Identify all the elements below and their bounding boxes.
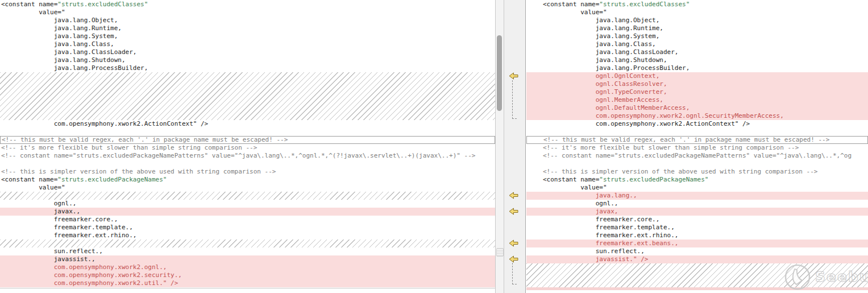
code-segment: value=" — [543, 9, 607, 16]
code-line: <constant name="struts.excludedClasses" — [526, 1, 868, 9]
code-line: java.lang.System, — [526, 32, 868, 40]
code-line: ognl.DefaultMemberAccess, — [526, 104, 868, 112]
code-segment: com.opensymphony.xwork2.ognl., — [1, 263, 167, 271]
code-line: <!-- it's more flexible but slower than … — [0, 144, 495, 152]
left-panel-scrollbar[interactable] — [495, 0, 504, 293]
code-segment: java.lang.ClassLoader, — [1, 48, 136, 56]
code-segment: java.lang.System, — [543, 32, 659, 40]
code-segment: freemarker.core., — [543, 216, 659, 223]
code-line: javax., — [0, 208, 495, 216]
code-line: javassist." /> — [526, 255, 868, 263]
code-segment: com.opensymphony.xwork2.util." /> — [1, 279, 178, 287]
watermark-label: Seebug — [815, 273, 868, 281]
code-line: ognl.TypeConverter, — [526, 88, 868, 96]
code-line: javassist., — [0, 255, 495, 263]
code-segment: com.opensymphony.xwork2.ActionContext" /… — [543, 120, 750, 127]
code-segment: com.opensymphony.xwork2.security., — [1, 271, 182, 279]
code-segment: <constant name= — [543, 176, 599, 183]
code-segment: sun.reflect., — [1, 247, 103, 255]
code-line: com.opensymphony.xwork2.ActionContext" /… — [526, 120, 868, 128]
copy-change-left-arrow-icon[interactable] — [509, 255, 518, 263]
code-segment: freemarker.ext.beans., — [543, 240, 678, 247]
code-segment: freemarker.core., — [1, 216, 118, 223]
code-segment: value=" — [1, 184, 65, 191]
change-range-connector — [512, 263, 517, 284]
code-segment: freemarker.ext.rhino., — [543, 232, 678, 239]
code-line: freemarker.core., — [0, 216, 495, 224]
code-line: java.lang.ClassLoader, — [526, 48, 868, 56]
code-line: <!-- it's more flexible but slower than … — [526, 144, 868, 152]
code-segment: "struts.excludedClasses" — [57, 1, 148, 8]
code-line: freemarker.template., — [0, 224, 495, 232]
right-code-panel[interactable]: <constant name="struts.excludedClasses" … — [526, 0, 868, 293]
left-code-panel[interactable]: <constant name="struts.excludedClasses" … — [0, 0, 495, 293]
code-segment: java.lang.Object, — [543, 16, 659, 24]
code-segment: java.lang.ProcessBuilder, — [1, 64, 148, 72]
code-segment: freemarker.template., — [1, 224, 133, 231]
copy-change-left-arrow-icon[interactable] — [509, 72, 518, 80]
code-segment: <!-- this must be valid regex, each '.' … — [543, 136, 829, 143]
copy-change-left-arrow-icon[interactable] — [509, 192, 518, 199]
code-line: com.opensymphony.xwork2.ActionContext" /… — [0, 120, 495, 128]
code-line: com.opensymphony.xwork2.util." /> — [0, 279, 495, 287]
diff-filler-block — [0, 240, 495, 247]
seebug-logo-icon — [783, 263, 812, 291]
code-segment: value=" — [543, 184, 607, 191]
diff-filler-block — [0, 192, 495, 200]
code-segment: <constant name= — [1, 1, 57, 8]
diff-filler-block — [0, 72, 495, 120]
code-segment: ognl., — [1, 200, 76, 207]
code-line: java.lang.Class, — [0, 40, 495, 48]
code-segment: ognl.MemberAccess, — [543, 96, 663, 104]
code-line: java.lang.Object, — [526, 16, 868, 24]
code-segment: java.lang.Runtime, — [543, 24, 663, 32]
code-segment: java.lang.Class, — [543, 40, 656, 48]
code-segment: sun.reflect., — [543, 247, 645, 255]
copy-change-left-arrow-icon[interactable] — [509, 240, 518, 247]
code-segment: ognl., — [543, 200, 618, 207]
blank-line — [0, 128, 495, 136]
splitter-grip[interactable] — [496, 248, 504, 257]
scrollbar-thumb[interactable] — [497, 35, 502, 111]
code-segment: "struts.excludedPackageNames" — [57, 176, 167, 183]
code-line: com.opensymphony.xwork2.ognl.SecurityMem… — [526, 112, 868, 120]
code-segment: java.lang.Shutdown, — [543, 56, 667, 64]
code-segment: <constant name= — [1, 176, 57, 183]
code-line: value=" — [526, 9, 868, 16]
code-segment: javax, — [543, 208, 618, 215]
code-line: java.lang.Shutdown, — [0, 56, 495, 64]
blank-line — [0, 160, 495, 168]
code-line: value=" — [0, 9, 495, 16]
code-line: ognl., — [526, 200, 868, 208]
code-line: value=" — [526, 184, 868, 192]
code-segment: com.opensymphony.xwork2.ognl.SecurityMem… — [543, 112, 784, 119]
code-segment: java.lang., — [543, 192, 637, 199]
code-line: freemarker.ext.rhino., — [526, 232, 868, 240]
code-line: sun.reflect., — [0, 247, 495, 255]
code-segment: ognl.DefaultMemberAccess, — [543, 104, 690, 112]
code-segment: freemarker.ext.rhino., — [1, 232, 136, 239]
code-segment: <!-- constant name="struts.excludedPacka… — [543, 152, 852, 159]
code-segment: value=" — [1, 9, 65, 16]
code-segment: java.lang.ProcessBuilder, — [543, 64, 690, 72]
blank-line — [526, 128, 868, 136]
current-line: <!-- this must be valid regex, each '.' … — [526, 136, 868, 144]
code-line: java.lang.System, — [0, 32, 495, 40]
code-segment: <!-- this is simpler version of the abov… — [1, 168, 276, 175]
copy-change-left-arrow-icon[interactable] — [509, 208, 518, 215]
code-segment: ognl.TypeConverter, — [543, 88, 667, 96]
code-line: freemarker.ext.beans., — [526, 240, 868, 247]
code-segment: ognl.ClassResolver, — [543, 80, 667, 88]
code-line: com.opensymphony.xwork2.ognl., — [0, 263, 495, 271]
code-segment: javassist." /> — [543, 255, 648, 263]
code-line: ognl.ClassResolver, — [526, 80, 868, 88]
seebug-watermark: Seebug — [783, 263, 868, 291]
code-segment: java.lang.System, — [1, 32, 118, 40]
code-line: freemarker.template., — [526, 224, 868, 232]
code-line: <constant name="struts.excludedPackageNa… — [0, 176, 495, 184]
code-segment: "struts.excludedPackageNames" — [599, 176, 708, 183]
code-line: java.lang.Runtime, — [0, 24, 495, 32]
code-line: <!-- this is simpler version of the abov… — [526, 168, 868, 176]
code-segment: <!-- this is simpler version of the abov… — [543, 168, 817, 175]
code-segment: java.lang.Class, — [1, 40, 114, 48]
